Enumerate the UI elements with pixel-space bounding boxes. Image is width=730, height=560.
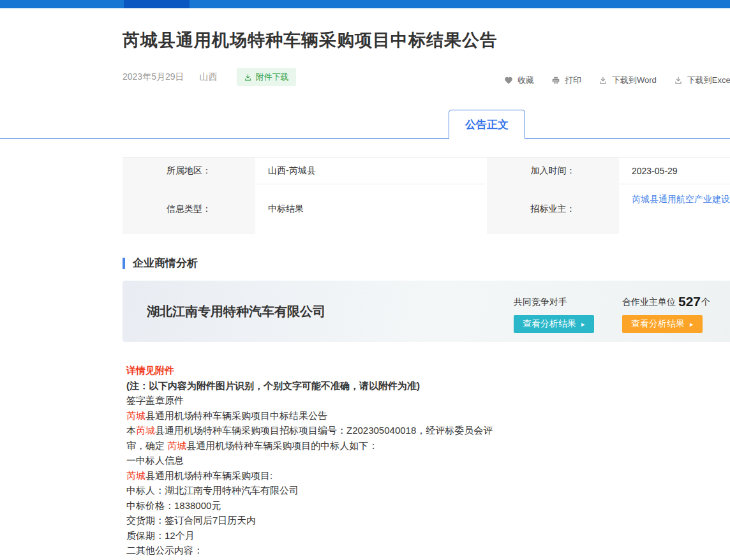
text-segment: 县通用机场特种车辆采购项目: — [145, 470, 272, 481]
info-label-region: 所属地区： — [123, 158, 255, 184]
top-navigation-bar — [0, 0, 730, 8]
body-line: 签字盖章原件 — [126, 393, 726, 408]
attachment-download-button[interactable]: 附件下载 — [237, 68, 296, 86]
view-partners-analysis-button[interactable]: 查看分析结果 ▸ — [622, 315, 703, 333]
text-segment: 签字盖章原件 — [126, 395, 184, 406]
text-segment: 县通用机场特种车辆采购项目的中标人如下： — [186, 440, 378, 451]
partners-count: 527 — [678, 295, 701, 308]
page: 芮城县通用机场特种车辆采购项目中标结果公告 2023年5月29日 山西 附件下载… — [0, 8, 730, 560]
text-segment: 质保期：12个月 — [126, 530, 195, 541]
attachment-download-label: 附件下载 — [256, 71, 289, 83]
info-label-tender-owner: 招标业主： — [485, 184, 619, 234]
info-value-region: 山西-芮城县 — [255, 158, 485, 184]
partners-label-text: 合作业主单位 — [622, 297, 676, 308]
download-icon — [244, 73, 252, 82]
action-toolbar: 收藏 打印 下载到Word 下载到Excel — [504, 75, 730, 86]
highlighted-text: 芮城 — [126, 470, 145, 481]
text-segment: 中标人：湖北江南专用特种汽车有限公司 — [126, 485, 299, 496]
highlighted-text: 芮城 — [126, 410, 145, 421]
arrow-right-icon: ▸ — [690, 320, 694, 328]
text-segment: (注：以下内容为附件图片识别，个别文字可能不准确，请以附件为准) — [126, 380, 420, 391]
download-excel-button[interactable]: 下载到Excel — [674, 75, 730, 86]
body-line: 本芮城县通用机场特种车辆采购项目招标项目编号：Z202305040018，经评标… — [126, 423, 726, 438]
text-segment: 一中标人信息 — [126, 455, 184, 466]
publish-date: 2023年5月29日 — [123, 71, 184, 83]
view-competitors-analysis-label: 查看分析结果 — [523, 318, 576, 330]
company-analysis-card: 湖北江南专用特种汽车有限公司 共同竞争对手 查看分析结果 ▸ 合作业主单位 52… — [123, 281, 730, 342]
body-line: 芮城县通用机场特种车辆采购项目: — [126, 468, 726, 483]
text-segment: 本 — [126, 425, 136, 436]
download-excel-label: 下载到Excel — [687, 75, 730, 86]
text-segment: 中标价格：1838000元 — [126, 500, 221, 511]
favorite-label: 收藏 — [518, 75, 534, 86]
partners-label: 合作业主单位 527 个 — [622, 297, 710, 308]
printer-icon — [551, 76, 560, 85]
view-competitors-analysis-button[interactable]: 查看分析结果 ▸ — [514, 315, 594, 333]
company-name: 湖北江南专用特种汽车有限公司 — [147, 303, 325, 320]
section-header: 企业商情分析 — [123, 256, 730, 270]
competitors-group: 共同竞争对手 查看分析结果 ▸ — [514, 297, 594, 333]
section-accent-bar — [123, 258, 125, 269]
body-line: 一中标人信息 — [126, 453, 726, 468]
partners-group: 合作业主单位 527 个 查看分析结果 ▸ — [622, 297, 710, 333]
text-segment: 县通用机场特种车辆采购项目中标结果公告 — [145, 410, 327, 421]
body-line: 本次中标结果公示在山西省招标投标协会/山西招标采购服务平台上发布。 — [126, 558, 726, 560]
page-title: 芮城县通用机场特种车辆采购项目中标结果公告 — [123, 29, 730, 52]
download-icon — [599, 76, 607, 85]
highlighted-text: 详情见附件 — [126, 365, 174, 376]
section-title: 企业商情分析 — [133, 256, 198, 270]
tab-announcement-text[interactable]: 公告正文 — [449, 110, 525, 139]
tender-owner-link[interactable]: 芮城县通用航空产业建设发 — [632, 194, 730, 205]
region-label: 山西 — [200, 71, 218, 83]
competitors-label: 共同竞争对手 — [514, 297, 594, 308]
info-label-info-type: 信息类型： — [123, 184, 255, 234]
download-word-button[interactable]: 下载到Word — [599, 75, 657, 86]
body-line: 中标人：湖北江南专用特种汽车有限公司 — [126, 483, 726, 498]
body-line: 详情见附件 — [126, 363, 726, 378]
body-line: (注：以下内容为附件图片识别，个别文字可能不准确，请以附件为准) — [126, 378, 726, 394]
body-line: 中标价格：1838000元 — [126, 498, 726, 513]
info-table: 所属地区： 山西-芮城县 加入时间： 2023-05-29 信息类型： 中标结果… — [123, 157, 730, 234]
tab-label: 公告正文 — [465, 117, 509, 132]
body-line: 二其他公示内容： — [126, 543, 726, 558]
body-line: 交货期：签订合同后7日历天内 — [126, 513, 726, 528]
info-value-tender-owner: 芮城县通用航空产业建设发 — [619, 184, 730, 234]
arrow-right-icon: ▸ — [581, 320, 585, 328]
print-label: 打印 — [565, 75, 581, 86]
download-word-label: 下载到Word — [612, 75, 657, 86]
text-segment: 交货期：签订合同后7日历天内 — [126, 515, 256, 526]
info-label-date-added: 加入时间： — [485, 158, 619, 184]
info-value-date-added: 2023-05-29 — [619, 158, 730, 184]
view-partners-analysis-label: 查看分析结果 — [631, 318, 685, 330]
print-button[interactable]: 打印 — [551, 75, 581, 86]
download-icon — [674, 76, 683, 85]
topbar-active-segment[interactable] — [124, 0, 190, 8]
tab-bar: 公告正文 — [0, 108, 730, 139]
highlighted-text: 芮城 — [167, 440, 186, 451]
body-line: 芮城县通用机场特种车辆采购项目中标结果公告 — [126, 408, 726, 424]
body-text: 详情见附件(注：以下内容为附件图片识别，个别文字可能不准确，请以附件为准)签字盖… — [126, 363, 726, 560]
info-value-info-type: 中标结果 — [255, 184, 485, 234]
text-segment: 审，确定 — [126, 440, 167, 451]
article-header: 芮城县通用机场特种车辆采购项目中标结果公告 2023年5月29日 山西 附件下载… — [0, 8, 730, 85]
favorite-button[interactable]: 收藏 — [504, 75, 534, 86]
body-line: 审，确定 芮城县通用机场特种车辆采购项目的中标人如下： — [126, 438, 726, 453]
heart-icon — [504, 76, 513, 85]
text-segment: 县通用机场特种车辆采购项目招标项目编号：Z202305040018，经评标委员会… — [155, 425, 493, 436]
body-line: 质保期：12个月 — [126, 528, 726, 543]
text-segment: 二其他公示内容： — [126, 545, 203, 556]
highlighted-text: 芮城 — [136, 425, 155, 436]
partners-unit: 个 — [701, 297, 710, 308]
